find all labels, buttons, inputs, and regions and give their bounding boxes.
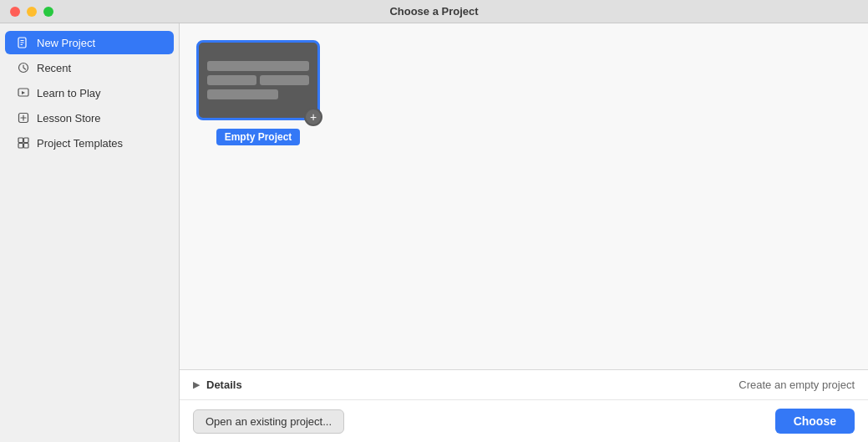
sidebar-item-learn-to-play-label: Learn to Play <box>37 87 101 99</box>
empty-project-card[interactable]: + Empty Project <box>196 40 320 145</box>
new-project-icon <box>17 36 30 49</box>
chevron-right-icon: ▶ <box>193 379 200 390</box>
sidebar-item-project-templates-label: Project Templates <box>37 137 123 150</box>
plus-icon: + <box>304 108 322 126</box>
window-title: Choose a Project <box>389 5 478 18</box>
project-grid: + Empty Project <box>180 23 868 369</box>
sidebar-item-lesson-store-label: Lesson Store <box>37 112 101 124</box>
actions-row: Open an existing project... Choose <box>180 400 868 442</box>
svg-rect-11 <box>24 138 29 143</box>
card-label: Empty Project <box>216 129 301 145</box>
window-controls <box>10 7 53 17</box>
sidebar-item-new-project-label: New Project <box>37 37 95 49</box>
sidebar-item-new-project[interactable]: New Project <box>5 31 174 54</box>
details-row: ▶ Details Create an empty project <box>180 370 868 400</box>
svg-rect-13 <box>24 144 29 149</box>
open-existing-button[interactable]: Open an existing project... <box>193 409 344 434</box>
sidebar-item-recent[interactable]: Recent <box>5 56 174 79</box>
titlebar: Choose a Project <box>0 0 868 23</box>
details-description: Create an empty project <box>739 378 855 391</box>
sidebar-item-lesson-store[interactable]: Lesson Store <box>5 106 174 130</box>
details-label: Details <box>206 378 242 391</box>
close-button[interactable] <box>10 7 20 17</box>
content-area: + Empty Project ▶ Details Create an empt… <box>180 23 868 442</box>
learn-to-play-icon <box>17 86 30 99</box>
sidebar: New Project Recent Learn to Play <box>0 23 180 442</box>
svg-rect-10 <box>18 138 23 143</box>
recent-icon <box>17 61 30 74</box>
minimize-button[interactable] <box>27 7 37 17</box>
svg-marker-6 <box>22 91 25 94</box>
svg-rect-12 <box>18 144 23 149</box>
card-thumbnail: + <box>196 40 320 120</box>
project-templates-icon <box>17 136 30 150</box>
main-container: New Project Recent Learn to Play <box>0 23 868 442</box>
sidebar-item-project-templates[interactable]: Project Templates <box>5 131 174 155</box>
bottom-bar: ▶ Details Create an empty project Open a… <box>180 369 868 442</box>
choose-button[interactable]: Choose <box>775 409 855 434</box>
sidebar-item-learn-to-play[interactable]: Learn to Play <box>5 81 174 104</box>
lesson-store-icon <box>17 111 30 124</box>
maximize-button[interactable] <box>43 7 53 17</box>
sidebar-item-recent-label: Recent <box>37 62 71 74</box>
